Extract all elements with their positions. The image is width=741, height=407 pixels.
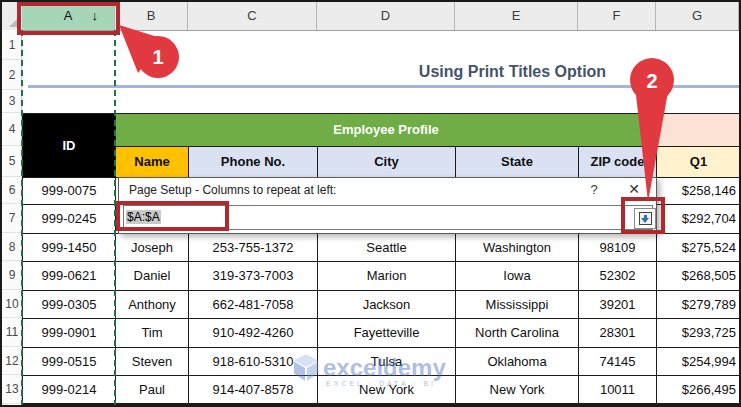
column-header-e[interactable]: E [455,2,578,30]
cell-name[interactable]: Tim [115,318,189,348]
cell-id[interactable]: 999-0515 [22,347,116,376]
dialog-title: Page Setup - Columns to repeat at left: [129,183,336,197]
cell-city[interactable]: Fayetteville [317,318,456,348]
sheet-title: Using Print Titles Option [405,60,620,84]
cell-state[interactable]: Iowa [455,261,579,291]
cell-phone[interactable]: 319-373-7003 [188,261,318,291]
cell-id[interactable]: 999-0901 [22,318,116,348]
cell-q1[interactable]: $279,789 [656,290,741,319]
cell-state[interactable]: Oklahoma [455,347,579,376]
column-header-d[interactable]: D [317,2,455,30]
watermark-brand: exceldemy [323,354,446,382]
cell-city[interactable]: Seattle [317,233,456,262]
cell-q1[interactable]: $254,994 [656,347,741,376]
row-number-3[interactable]: 3 [2,90,22,113]
cell-zip[interactable]: 74145 [578,347,657,376]
cell-phone[interactable]: 662-481-7058 [188,290,318,319]
annotation-balloon-1: 1 [107,17,185,85]
row-number-7[interactable]: 7 [2,204,22,233]
cell-zip[interactable]: 10011 [578,375,657,405]
cell-phone[interactable]: 253-755-1372 [188,233,318,262]
print-titles-selection-left [21,30,23,405]
row-number-4[interactable]: 4 [2,113,22,146]
cell-q1[interactable]: $266,495 [656,375,741,405]
cell-city[interactable]: Jackson [317,290,456,319]
exceldemy-logo-icon [294,354,318,382]
cell-id[interactable]: 999-0214 [22,375,116,405]
cell-state[interactable]: North Carolina [455,318,579,348]
cell-state[interactable]: Washington [455,233,579,262]
header-cell-state[interactable]: State [455,146,579,178]
excel-window: A ↓ B C D E F G 1 2 3 4 5 6 7 8 9 10 11 … [0,0,741,407]
svg-text:2: 2 [646,70,657,92]
header-cell-id[interactable]: ID [22,113,116,179]
row-number-9[interactable]: 9 [2,261,22,290]
cell-zip[interactable]: 52302 [578,261,657,291]
svg-text:1: 1 [152,46,163,68]
cell-q1[interactable]: $268,505 [656,261,741,291]
cell-name[interactable]: Anthony [115,290,189,319]
annotation-box-input [116,201,229,231]
row-number-2[interactable]: 2 [2,60,22,90]
cell-zip[interactable]: 28301 [578,318,657,348]
watermark-tagline: EXCEL · DATA · BI [326,380,446,387]
row-number-10[interactable]: 10 [2,290,22,318]
cell-q1[interactable]: $275,524 [656,233,741,262]
cell-q1[interactable]: $292,704 [656,204,741,234]
cell-zip[interactable]: 39201 [578,290,657,319]
cell-id[interactable]: 999-0075 [22,177,116,205]
annotation-balloon-2: 2 [622,55,684,207]
column-header-f[interactable]: F [578,2,656,30]
row-number-5[interactable]: 5 [2,146,22,177]
cell-id[interactable]: 999-0245 [22,204,116,234]
cell-phone[interactable]: 910-492-4260 [188,318,318,348]
row-number-13[interactable]: 13 [2,375,22,404]
header-cell-phone[interactable]: Phone No. [188,146,318,178]
cell-name[interactable]: Paul [115,375,189,405]
cell-state[interactable]: Mississippi [455,290,579,319]
row-number-8[interactable]: 8 [2,233,22,261]
cell-state[interactable]: New York [455,375,579,405]
row-number-11[interactable]: 11 [2,318,22,347]
column-header-c[interactable]: C [188,2,317,30]
cell-zip[interactable]: 98109 [578,233,657,262]
exceldemy-watermark: exceldemy EXCEL · DATA · BI [294,354,446,387]
annotation-box-column-a [17,2,120,35]
header-cell-name[interactable]: Name [115,146,189,178]
cell-name[interactable]: Steven [115,347,189,376]
cell-id[interactable]: 999-0305 [22,290,116,319]
header-cell-city[interactable]: City [317,146,456,178]
row-number-6[interactable]: 6 [2,177,22,204]
help-icon[interactable]: ? [586,182,602,197]
banner-employee-profile[interactable]: Employee Profile [115,113,657,147]
cell-id[interactable]: 999-1450 [22,233,116,262]
row-number-12[interactable]: 12 [2,347,22,375]
column-header-g[interactable]: G [656,2,739,30]
cell-city[interactable]: Marion [317,261,456,291]
cell-name[interactable]: Joseph [115,233,189,262]
cell-name[interactable]: Daniel [115,261,189,291]
cell-id[interactable]: 999-0621 [22,261,116,291]
cell-q1[interactable]: $293,725 [656,318,741,348]
